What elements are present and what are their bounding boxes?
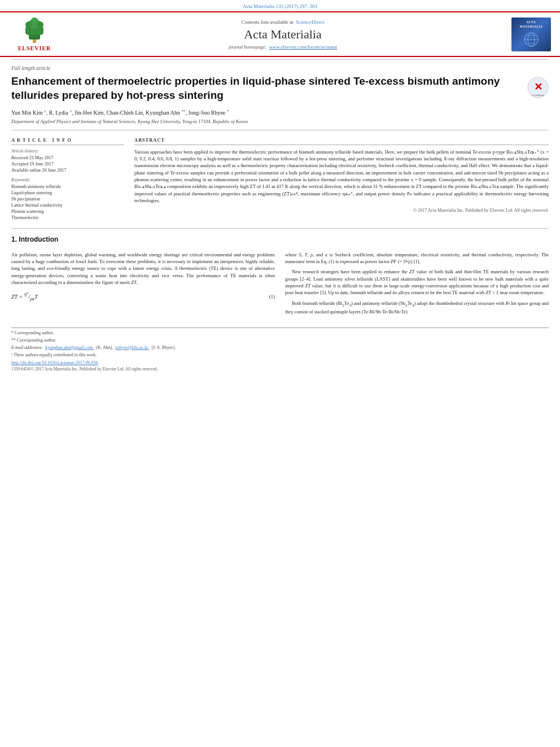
equation-number: (1) xyxy=(269,293,275,300)
email-link-ahn[interactable]: kyunghan.ahn@gmail.com xyxy=(45,345,94,350)
body-text-columns: Air pollution, ozone layer depletion, gl… xyxy=(0,251,560,323)
keyword-1: Bismuth antimony telluride xyxy=(11,184,124,189)
intro-r-p1: where S, T, ρ, and κ is Seebeck coeffici… xyxy=(285,251,549,265)
keyword-3: Sb precipitation xyxy=(11,196,124,202)
footnote-emails: E-mail addresses: kyunghan.ahn@gmail.com… xyxy=(11,345,549,351)
doi-line: http://dx.doi.org/10.1016/j.actamat.2017… xyxy=(11,360,549,365)
email-link-rhyee[interactable]: jsrhyee@khu.ac.kr xyxy=(115,345,150,350)
article-info-abstract: A R T I C L E I N F O Article history: R… xyxy=(0,133,560,226)
svg-point-6 xyxy=(37,21,43,28)
svg-text:✕: ✕ xyxy=(534,81,542,93)
journal-header: ELSEVIER Contents lists available at Sci… xyxy=(0,11,560,57)
article-info-heading: A R T I C L E I N F O xyxy=(11,137,124,145)
svg-point-5 xyxy=(25,21,32,28)
equation-zt: ZT = S2/ρκT (1) xyxy=(11,290,275,303)
acta-logo-sphere xyxy=(520,31,542,48)
keyword-5: Phonon scattering xyxy=(11,209,124,214)
intro-r-p3: Both bismuth telluride (Bi2Te3) and anti… xyxy=(285,300,549,315)
keyword-2: Liquid-phase sintering xyxy=(11,190,124,195)
elsevier-tree-icon xyxy=(18,17,51,44)
abstract-paragraph: Various approaches have been applied to … xyxy=(134,148,549,204)
homepage-link[interactable]: www.elsevier.com/locate/actamat xyxy=(269,44,337,50)
keyword-6: Thermoelectric xyxy=(11,215,124,220)
header-divider xyxy=(11,59,549,60)
contents-line: Contents lists available at ScienceDirec… xyxy=(60,19,506,25)
elsevier-logo: ELSEVIER xyxy=(9,17,60,51)
journal-logo-right: ACTA MATERIALIA xyxy=(506,18,551,51)
info-divider xyxy=(11,130,549,130)
journal-citation: Acta Materialia 135 (2017) 297–303 xyxy=(0,0,560,11)
acta-materialia-logo: ACTA MATERIALIA xyxy=(511,18,551,51)
issn-line: 1359-6454/© 2017 Acta Materialia Inc. Pu… xyxy=(11,366,549,372)
introduction-section: 1. Introduction xyxy=(0,231,560,251)
available-date: Available online 20 June 2017 xyxy=(11,168,124,173)
keywords-label: Keywords: xyxy=(11,177,124,182)
abstract-body: Various approaches have been applied to … xyxy=(134,148,549,214)
affiliation-line: Department of Applied Physics and Instit… xyxy=(0,117,560,128)
article-info-col: A R T I C L E I N F O Article history: R… xyxy=(11,137,124,221)
corresponding-author-label: * Corresponding author. xyxy=(11,330,54,335)
keyword-4: Lattice thermal conductivity xyxy=(11,203,124,208)
footnote-equal-contrib: ¹ These authors equally contributed to t… xyxy=(11,352,549,359)
footnote-corr1: * Corresponding author. xyxy=(11,330,549,337)
accepted-date: Accepted 19 June 2017 xyxy=(11,161,124,167)
footnotes-area: * Corresponding author. ** Corresponding… xyxy=(11,327,549,359)
footnote-corr2: ** Corresponding author. xyxy=(11,338,549,344)
history-label: Article history: xyxy=(11,148,124,154)
intro-p1: Air pollution, ozone layer depletion, gl… xyxy=(11,251,275,286)
elsevier-brand-text: ELSEVIER xyxy=(18,45,51,51)
doi-link[interactable]: http://dx.doi.org/10.1016/j.actamat.2017… xyxy=(11,360,98,365)
article-type: Full length article xyxy=(0,62,560,72)
page: Acta Materialia 135 (2017) 297–303 ELSEV… xyxy=(0,0,560,747)
abstract-heading: ABSTRACT xyxy=(134,137,549,145)
abstract-copyright: © 2017 Acta Materialia Inc. Published by… xyxy=(134,207,549,214)
article-title: Enhancement of thermoelectric properties… xyxy=(11,75,527,102)
journal-title: Acta Materialia xyxy=(60,27,506,42)
sciencedirect-link[interactable]: ScienceDirect xyxy=(296,19,324,25)
abstract-col: ABSTRACT Various approaches have been ap… xyxy=(134,137,549,221)
received-date: Received 23 May 2017 xyxy=(11,155,124,160)
authors-line: Yun Min Kim 1, R. Lydia 1, Jin-Hee Kim, … xyxy=(0,106,560,117)
section1-title: 1. Introduction xyxy=(11,235,549,243)
journal-center: Contents lists available at ScienceDirec… xyxy=(60,19,506,50)
svg-text:CrossMark: CrossMark xyxy=(532,94,545,97)
journal-homepage: journal homepage: www.elsevier.com/locat… xyxy=(60,44,506,50)
journal-ref-text: Acta Materialia 135 (2017) 297–303 xyxy=(243,3,317,9)
article-title-area: Enhancement of thermoelectric properties… xyxy=(0,72,560,106)
crossmark-badge-icon: ✕ CrossMark xyxy=(527,77,549,98)
body-divider xyxy=(11,228,549,229)
equation-formula: ZT = S2/ρκT xyxy=(11,290,269,303)
body-right-col: where S, T, ρ, and κ is Seebeck coeffici… xyxy=(285,251,549,318)
body-left-col: Air pollution, ozone layer depletion, gl… xyxy=(11,251,275,318)
intro-r-p2: New research strategies have been applie… xyxy=(285,268,549,296)
